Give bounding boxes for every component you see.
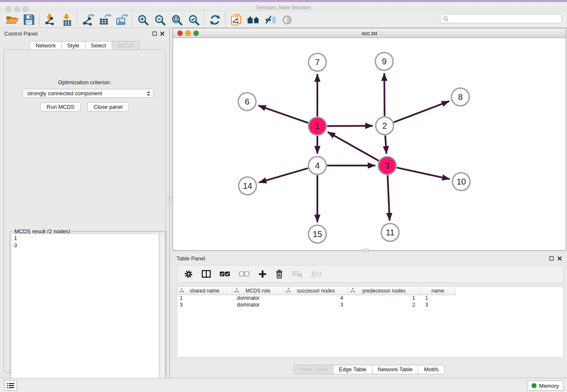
delete-column-icon[interactable] [275, 270, 283, 279]
select-arrows-icon [146, 91, 151, 97]
zoom-out-icon[interactable] [151, 13, 168, 27]
float-panel-icon[interactable] [152, 31, 157, 36]
cell-successor-nodes[interactable]: 3 [284, 302, 348, 308]
criterion-select[interactable]: strongly connected component [22, 89, 154, 98]
network-titlebar: ×−+ scc.txt [173, 28, 566, 38]
tab-select[interactable]: Select [85, 41, 112, 50]
add-column-icon[interactable] [259, 270, 267, 278]
graph-node-7[interactable]: 7 [308, 53, 326, 71]
edge-1-to-6[interactable] [258, 105, 308, 123]
mcds-result-group: MCDS result (2 nodes) 13 [10, 231, 166, 392]
cell-MCDS-role[interactable]: dominator [232, 302, 284, 308]
graph-node-2[interactable]: 2 [376, 117, 394, 135]
tab-style[interactable]: Style [61, 41, 85, 50]
column-header-MCDS-role[interactable]: MCDS role [232, 287, 284, 295]
hierarchy-icon [234, 288, 239, 293]
vertical-split-handle[interactable] [168, 197, 172, 204]
save-session-icon[interactable] [20, 13, 37, 27]
close-panel-icon[interactable] [160, 31, 165, 36]
edge-3-to-1[interactable] [328, 132, 379, 161]
edge-4-to-14[interactable] [259, 168, 308, 182]
mcds-panel: Optimization criterion: strongly connect… [3, 50, 166, 373]
search-input[interactable] [450, 14, 561, 23]
tab-mcds[interactable]: MCDS [112, 41, 140, 50]
tab-edge-table[interactable]: Edge Table [333, 365, 372, 374]
zoom-selected-icon[interactable] [185, 13, 202, 27]
graph-node-6[interactable]: 6 [238, 93, 256, 110]
graph-node-15[interactable]: 15 [308, 225, 326, 243]
cell-predecessor-nodes[interactable]: 2 [348, 302, 420, 308]
close-table-panel-icon[interactable] [557, 256, 562, 261]
table-settings-icon[interactable] [184, 270, 193, 279]
column-header-shared-name[interactable]: shared name [177, 287, 232, 295]
window-title: Session: New Session [0, 4, 567, 11]
deselect-all-icon[interactable] [239, 271, 250, 277]
cell-name[interactable]: 1 [420, 295, 456, 301]
import-network-icon[interactable] [41, 13, 58, 27]
zoom-fit-icon[interactable] [168, 13, 185, 27]
edge-1-to-2[interactable] [327, 126, 373, 126]
graph-node-1[interactable]: 1 [308, 117, 326, 135]
cell-predecessor-nodes[interactable]: 1 [348, 295, 420, 301]
optimization-criterion-label: Optimization criterion: [4, 79, 165, 86]
control-panel-header: Control Panel [0, 28, 169, 39]
svg-text:15: 15 [313, 229, 322, 239]
svg-text:3: 3 [385, 161, 389, 170]
cell-shared-name[interactable]: 1 [177, 295, 232, 301]
svg-text:8: 8 [458, 92, 462, 102]
task-history-button[interactable] [4, 380, 17, 391]
import-table-icon[interactable] [58, 13, 75, 27]
edge-2-to-9[interactable] [384, 73, 385, 116]
horizontal-split-handle[interactable] [363, 249, 369, 252]
edge-2-to-3[interactable] [385, 135, 386, 154]
open-file-icon[interactable] [3, 13, 20, 27]
cell-shared-name[interactable]: 3 [177, 302, 232, 308]
tab-network[interactable]: Network [30, 41, 62, 50]
copy-network-icon[interactable] [228, 13, 245, 27]
result-item[interactable]: 1 [14, 235, 156, 242]
network-canvas[interactable]: 7968124314101511 [173, 38, 566, 250]
float-table-panel-icon[interactable] [549, 256, 554, 261]
cell-successor-nodes[interactable]: 4 [284, 295, 348, 301]
column-header-predecessor-nodes[interactable]: predecessor nodes [348, 287, 420, 295]
control-panel: Control Panel NetworkStyleSelectMCDS Opt… [0, 28, 170, 378]
graph-node-9[interactable]: 9 [375, 52, 393, 70]
hide-graphics-icon[interactable] [261, 13, 278, 27]
column-header-name[interactable]: name [420, 287, 456, 295]
graph-node-3[interactable]: 3 [378, 157, 396, 174]
export-table-icon[interactable] [96, 13, 113, 27]
graph-node-14[interactable]: 14 [239, 177, 256, 195]
tab-node-table[interactable]: Node Table [294, 365, 333, 374]
search-field[interactable] [440, 14, 562, 23]
table-panel: Table Panel f(x) shared nameMCDS rolesuc… [171, 253, 567, 377]
result-item[interactable]: 3 [14, 242, 156, 249]
svg-text:2: 2 [382, 121, 387, 130]
edge-2-to-8[interactable] [394, 101, 449, 122]
graph-node-11[interactable]: 11 [381, 224, 399, 241]
cell-MCDS-role[interactable]: dominator [232, 295, 284, 301]
tab-network-table[interactable]: Network Table [372, 365, 418, 374]
edge-3-to-11[interactable] [388, 175, 390, 221]
node-table: shared nameMCDS rolesuccessor nodesprede… [177, 286, 564, 358]
close-panel-button[interactable]: Close panel [87, 102, 129, 111]
select-all-icon[interactable] [220, 271, 230, 277]
run-mcds-button[interactable]: Run MCDS [40, 102, 81, 111]
result-scrollbar[interactable] [160, 233, 165, 392]
edge-3-to-10[interactable] [396, 168, 449, 179]
column-header-successor-nodes[interactable]: successor nodes [284, 287, 348, 295]
graph-node-10[interactable]: 10 [452, 173, 470, 190]
tab-motifs[interactable]: Motifs [418, 365, 445, 374]
graph-node-4[interactable]: 4 [308, 157, 326, 174]
table-row[interactable]: 3dominator323 [177, 301, 456, 308]
graph-node-8[interactable]: 8 [451, 88, 469, 106]
export-network-icon[interactable] [80, 13, 96, 27]
cell-name[interactable]: 3 [420, 302, 456, 308]
show-all-networks-icon[interactable] [245, 13, 261, 27]
mcds-result-list[interactable]: 13 [11, 233, 159, 392]
column-layout-icon[interactable] [202, 270, 211, 278]
zoom-in-icon[interactable] [135, 13, 151, 27]
refresh-icon[interactable] [206, 13, 223, 27]
export-image-icon[interactable] [113, 13, 130, 27]
memory-button[interactable]: Memory [528, 381, 564, 391]
table-row[interactable]: 1dominator411 [177, 295, 456, 301]
